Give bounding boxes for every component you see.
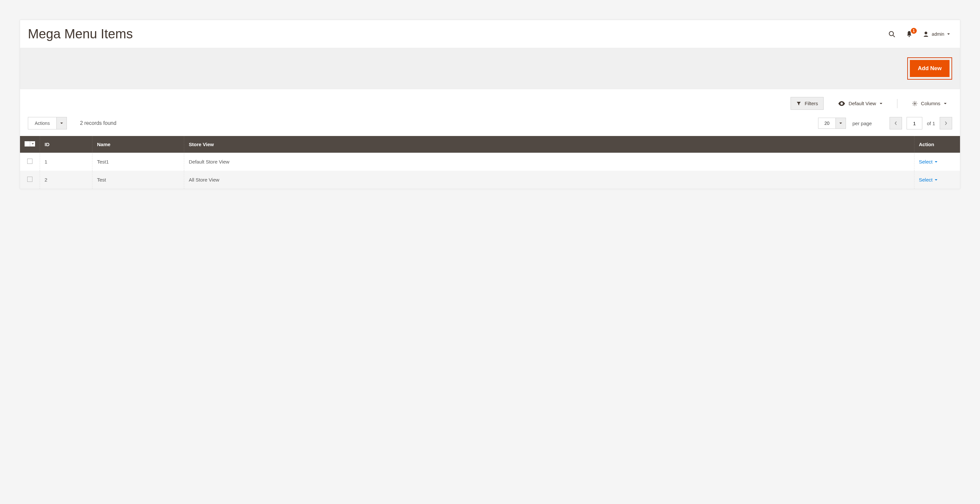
select-all-caret[interactable] — [30, 141, 35, 146]
columns-button[interactable]: Columns — [907, 97, 952, 110]
admin-panel: Mega Menu Items 1 admin — [20, 20, 960, 189]
caret-down-icon — [32, 143, 34, 145]
mass-actions-select[interactable]: Actions — [28, 117, 67, 129]
per-page-label: per page — [853, 121, 872, 126]
add-new-highlight: Add New — [907, 57, 952, 79]
primary-action-bar: Add New — [20, 48, 960, 89]
cell-store-view: All Store View — [184, 171, 915, 189]
default-view-label: Default View — [849, 100, 876, 106]
svg-point-2 — [908, 36, 910, 37]
select-all-checkbox[interactable] — [25, 141, 30, 146]
caret-down-icon — [943, 102, 947, 105]
divider — [897, 99, 897, 108]
filters-button[interactable]: Filters — [791, 97, 824, 110]
default-view-button[interactable]: Default View — [833, 97, 888, 110]
next-page-button[interactable] — [940, 117, 952, 129]
caret-down-icon — [934, 160, 938, 164]
column-header-name[interactable]: Name — [92, 136, 184, 153]
caret-down-icon — [880, 102, 883, 105]
cell-id: 2 — [40, 171, 92, 189]
row-checkbox[interactable] — [27, 159, 32, 164]
add-new-button[interactable]: Add New — [910, 60, 950, 77]
mass-actions-label: Actions — [28, 117, 56, 129]
gear-icon — [912, 100, 918, 107]
table-row: 1 Test1 Default Store View Select — [20, 153, 960, 171]
caret-down-icon — [835, 118, 846, 129]
caret-down-icon — [934, 178, 938, 181]
header-actions: 1 admin — [888, 30, 950, 38]
row-action-label: Select — [919, 177, 933, 183]
list-control-right: 20 per page of 1 — [818, 117, 952, 129]
cell-name: Test — [92, 171, 184, 189]
columns-label: Columns — [921, 100, 940, 106]
notifications-button[interactable]: 1 — [905, 30, 913, 38]
user-label: admin — [932, 32, 944, 37]
chevron-right-icon — [944, 121, 948, 126]
cell-name: Test1 — [92, 153, 184, 171]
page-size-select[interactable]: 20 — [818, 118, 846, 129]
current-page-input[interactable] — [907, 117, 922, 129]
svg-point-3 — [924, 32, 927, 34]
filters-label: Filters — [805, 100, 818, 106]
caret-down-icon — [56, 117, 67, 129]
column-header-action: Action — [914, 136, 960, 153]
row-action-label: Select — [919, 159, 933, 164]
user-icon — [923, 31, 929, 37]
list-control-left: Actions 2 records found — [28, 117, 116, 129]
search-icon[interactable] — [888, 30, 896, 38]
notification-badge: 1 — [911, 28, 917, 34]
data-grid: ID Name Store View Action 1 Test1 Defaul… — [20, 136, 960, 189]
prev-page-button[interactable] — [889, 117, 902, 129]
page-title: Mega Menu Items — [28, 27, 133, 41]
user-menu[interactable]: admin — [923, 31, 950, 37]
row-checkbox[interactable] — [27, 176, 32, 182]
table-row: 2 Test All Store View Select — [20, 171, 960, 189]
row-action-select[interactable]: Select — [919, 177, 938, 183]
records-found-label: 2 records found — [80, 120, 116, 126]
column-header-select-all[interactable] — [20, 136, 40, 153]
of-pages-label: of 1 — [927, 121, 935, 126]
cell-store-view: Default Store View — [184, 153, 915, 171]
svg-point-0 — [889, 32, 894, 36]
list-control-bar: Actions 2 records found 20 per page — [20, 112, 960, 136]
caret-down-icon — [947, 32, 950, 36]
svg-line-1 — [893, 35, 895, 37]
chevron-left-icon — [894, 121, 897, 126]
column-header-id[interactable]: ID — [40, 136, 92, 153]
page-header: Mega Menu Items 1 admin — [20, 20, 960, 48]
filter-icon — [796, 101, 801, 106]
column-header-store-view[interactable]: Store View — [184, 136, 915, 153]
cell-id: 1 — [40, 153, 92, 171]
svg-point-4 — [914, 103, 916, 104]
eye-icon — [838, 101, 845, 106]
page-size-value: 20 — [818, 118, 835, 129]
grid-toolbar: Filters Default View Columns — [20, 89, 960, 112]
row-action-select[interactable]: Select — [919, 159, 938, 164]
